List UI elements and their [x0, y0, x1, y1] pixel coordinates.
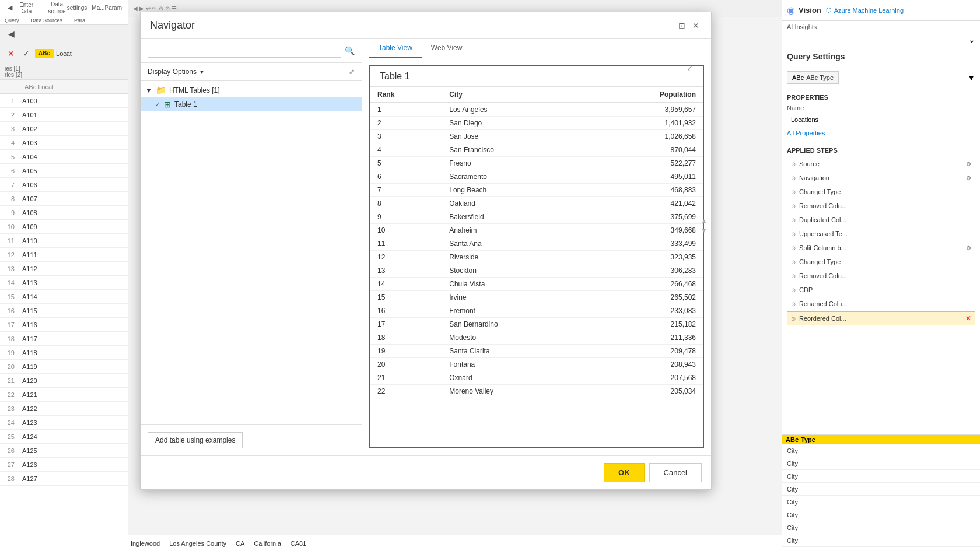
table-row[interactable]: 7 Long Beach 468,883 — [370, 184, 703, 197]
table-row[interactable]: 5 Fresno 522,277 — [370, 157, 703, 170]
applied-step-item[interactable]: ⊙ Removed Colu... — [787, 199, 975, 212]
abc-type-icon: ABc — [792, 74, 804, 81]
table-row[interactable]: 4 San Francisco 870,044 — [370, 143, 703, 157]
datasource-settings-btn[interactable]: Data source settings — [46, 2, 88, 15]
city-cell: Riverside — [442, 251, 587, 264]
back-icon[interactable]: ◀ — [5, 2, 15, 15]
table-row[interactable]: 15 Irvine 265,502 — [370, 291, 703, 304]
add-table-examples-button[interactable]: Add table using examples — [148, 432, 243, 448]
step-icon: ⊙ — [791, 203, 796, 209]
applied-step-item[interactable]: ⊙ Removed Colu... — [787, 269, 975, 282]
applied-step-item[interactable]: ⊙ Changed Type — [787, 185, 975, 198]
applied-step-item[interactable]: ⊙ CDP — [787, 283, 975, 296]
table-row[interactable]: 18 Modesto 211,336 — [370, 331, 703, 345]
display-options-btn[interactable]: Display Options ▼ ⤢ — [141, 63, 362, 81]
display-options-label: Display Options — [148, 68, 197, 76]
step-gear-icon[interactable]: ⚙ — [966, 245, 971, 251]
population-cell: 215,182 — [587, 318, 703, 331]
preview-export-icon[interactable]: ⤢ — [687, 63, 694, 72]
applied-step-item[interactable]: ⊙ Duplicated Col... — [787, 213, 975, 226]
list-item: 11 A110 — [0, 234, 128, 248]
tree-group-item[interactable]: ▼ 📁 HTML Tables [1] — [141, 83, 362, 97]
table-row[interactable]: 17 San Bernardino 215,182 — [370, 318, 703, 331]
navigator-search-input[interactable] — [148, 44, 341, 58]
table-row[interactable]: 11 Santa Ana 333,499 — [370, 237, 703, 251]
population-cell: 333,499 — [587, 237, 703, 251]
bottom-row-city: Inglewood — [131, 540, 160, 547]
table-row[interactable]: 6 Sacramento 495,011 — [370, 170, 703, 184]
expand-icon[interactable]: ▼ — [967, 73, 975, 82]
close-col-btn[interactable]: ✕ — [5, 47, 18, 60]
table-item-label: Table 1 — [174, 100, 197, 108]
tab-web-view[interactable]: Web View — [422, 39, 472, 58]
minimize-icon[interactable]: ⊡ — [678, 21, 688, 30]
manage-params-btn[interactable]: Ma... Param — [90, 2, 123, 15]
table-row[interactable]: 20 Fontana 208,943 — [370, 358, 703, 371]
table-row[interactable]: 12 Riverside 323,935 — [370, 251, 703, 264]
ok-button[interactable]: OK — [604, 463, 645, 482]
checkmark-col-btn[interactable]: ✓ — [20, 47, 33, 60]
population-cell: 323,935 — [587, 251, 703, 264]
city-cell: Chula Vista — [442, 278, 587, 291]
population-cell: 233,083 — [587, 304, 703, 318]
properties-section: PROPERTIES Name All Properties — [782, 89, 980, 142]
toolbar-state: ⊙ ⊙ ☰ — [159, 5, 177, 12]
step-gear-icon[interactable]: ⚙ — [966, 161, 971, 167]
applied-step-item[interactable]: ⊙ Split Column b... ⚙ — [787, 241, 975, 254]
search-icon[interactable]: 🔍 — [345, 46, 355, 55]
name-input[interactable] — [787, 114, 975, 125]
step-icon: ⊙ — [791, 217, 796, 223]
close-dialog-icon[interactable]: ✕ — [692, 21, 702, 30]
azure-icon: ⬡ — [826, 6, 832, 14]
ai-insights-label[interactable]: AI Insights — [782, 21, 980, 33]
preview-table: Rank City Population 1 Los Angeles 3,959… — [370, 87, 703, 398]
scroll-up-btn[interactable]: ▲ — [701, 217, 708, 225]
applied-step-item[interactable]: ⊙ Navigation ⚙ — [787, 171, 975, 184]
list-item: 3 A102 — [0, 122, 128, 136]
table-row[interactable]: 10 Anaheim 349,668 — [370, 224, 703, 237]
table-row[interactable]: 8 Oakland 421,042 — [370, 197, 703, 210]
tab-table-view[interactable]: Table View — [369, 39, 422, 58]
panel-collapse-btn[interactable]: ⌄ — [968, 35, 975, 44]
population-cell: 207,568 — [587, 371, 703, 385]
table-row[interactable]: 22 Moreno Valley 205,034 — [370, 385, 703, 398]
step-label: Source — [799, 160, 820, 167]
navigator-bottom-section: Add table using examples — [141, 424, 362, 455]
table-row[interactable]: 21 Oxnard 207,568 — [370, 371, 703, 385]
scroll-down-btn[interactable]: ▼ — [701, 226, 708, 234]
applied-step-item[interactable]: ⊙ Changed Type — [787, 255, 975, 268]
collapse-panel-btn[interactable]: ◀ — [5, 27, 18, 40]
table-row[interactable]: 19 Santa Clarita 209,478 — [370, 345, 703, 358]
step-icon: ⊙ — [791, 315, 796, 322]
all-properties-link[interactable]: All Properties — [787, 129, 825, 136]
export-icon[interactable]: ⤢ — [349, 68, 355, 76]
list-item: 9 A108 — [0, 206, 128, 220]
list-item: City — [782, 534, 980, 547]
list-item: 21 A120 — [0, 374, 128, 388]
step-gear-icon[interactable]: ⚙ — [966, 175, 971, 181]
tree-table-item[interactable]: ✓ ⊞ Table 1 — [141, 97, 362, 111]
applied-step-item[interactable]: ⊙ Source ⚙ — [787, 157, 975, 170]
cancel-button[interactable]: Cancel — [649, 463, 702, 482]
table-row[interactable]: 2 San Diego 1,401,932 — [370, 117, 703, 130]
enter-data-btn[interactable]: Enter Data — [17, 2, 43, 15]
applied-step-item[interactable]: ⊙ Renamed Colu... — [787, 297, 975, 310]
rank-cell: 5 — [370, 157, 442, 170]
step-label: Changed Type — [799, 258, 841, 265]
rank-cell: 19 — [370, 345, 442, 358]
table-row[interactable]: 16 Fremont 233,083 — [370, 304, 703, 318]
step-delete-icon[interactable]: ✕ — [965, 314, 971, 322]
table-row[interactable]: 13 Stockton 306,283 — [370, 264, 703, 278]
rank-cell: 8 — [370, 197, 442, 210]
preview-table-title: Table 1 — [370, 66, 703, 87]
table-icon: ⊞ — [164, 100, 171, 109]
population-cell: 522,277 — [587, 157, 703, 170]
table-row[interactable]: 3 San Jose 1,026,658 — [370, 130, 703, 143]
table-row[interactable]: 1 Los Angeles 3,959,657 — [370, 103, 703, 117]
population-cell: 211,336 — [587, 331, 703, 345]
table-row[interactable]: 14 Chula Vista 266,468 — [370, 278, 703, 291]
list-item: 14 A113 — [0, 276, 128, 290]
applied-step-item[interactable]: ⊙ Reordered Col... ✕ — [787, 311, 975, 325]
applied-step-item[interactable]: ⊙ Uppercased Te... — [787, 227, 975, 240]
table-row[interactable]: 9 Bakersfield 375,699 — [370, 210, 703, 224]
